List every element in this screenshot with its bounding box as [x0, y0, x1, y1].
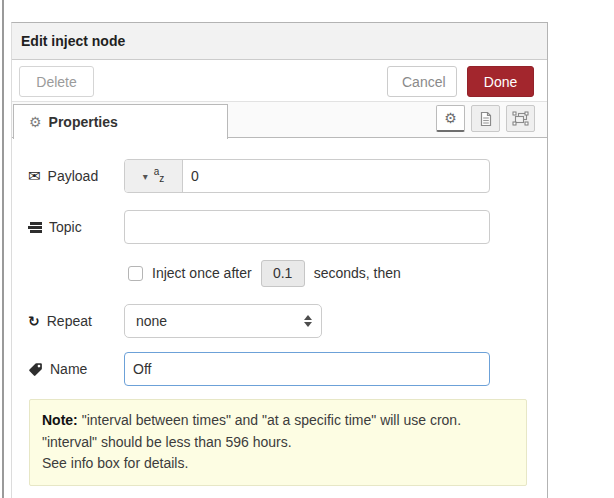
gear-icon: ⚙ — [444, 111, 457, 125]
caret-down-icon: ▾ — [143, 171, 148, 182]
dialog-toolbar: Delete Cancel Done — [12, 60, 547, 102]
description-view-button[interactable] — [471, 105, 500, 132]
topic-label: Topic — [28, 210, 82, 244]
select-arrows-icon — [304, 315, 312, 327]
payload-type-button[interactable]: ▾ az — [125, 160, 183, 192]
clockwise-arrow-icon: ↻ — [28, 314, 40, 328]
tab-properties-label: Properties — [49, 114, 118, 130]
topic-input-wrap — [124, 210, 490, 244]
repeat-label-text: Repeat — [47, 313, 92, 329]
topic-input[interactable] — [125, 211, 489, 243]
name-label-text: Name — [50, 361, 87, 377]
payload-input[interactable] — [183, 160, 489, 192]
type-z-glyph: z — [159, 173, 164, 184]
payload-label: ✉ Payload — [28, 159, 98, 193]
name-label: Name — [28, 352, 87, 386]
name-input[interactable] — [125, 353, 489, 385]
seconds-then-label: seconds, then — [314, 265, 401, 281]
tasks-list-icon — [28, 221, 42, 234]
note-title: Note: — [42, 412, 78, 428]
editor-view-buttons: ⚙ — [436, 105, 535, 132]
done-button[interactable]: Done — [467, 66, 534, 97]
tab-strip: ⚙ Properties ⚙ — [12, 102, 547, 138]
tag-icon — [28, 362, 43, 377]
repeat-selected-value: none — [136, 313, 167, 329]
inject-once-row: Inject once after seconds, then — [128, 259, 401, 287]
appearance-view-button[interactable] — [506, 105, 535, 132]
gear-icon: ⚙ — [29, 115, 42, 129]
topic-label-text: Topic — [49, 219, 82, 235]
inject-once-checkbox[interactable] — [128, 266, 143, 281]
dialog-header: Edit inject node — [12, 23, 547, 60]
appearance-group-icon — [512, 111, 529, 126]
cancel-button[interactable]: Cancel — [387, 66, 457, 97]
properties-view-button[interactable]: ⚙ — [436, 105, 465, 132]
payload-label-text: Payload — [48, 168, 99, 184]
string-type-icon: az — [154, 171, 165, 181]
name-input-wrap — [124, 352, 490, 386]
document-icon — [479, 111, 493, 127]
note-box: Note: "interval between times" and "at a… — [29, 399, 527, 486]
dialog-title: Edit inject node — [21, 33, 125, 49]
delete-button[interactable]: Delete — [19, 66, 94, 97]
workspace-tray-border — [2, 0, 4, 498]
properties-form: ✉ Payload ▾ az Topic — [12, 138, 547, 495]
edit-inject-node-dialog: Edit inject node Delete Cancel Done ⚙ Pr… — [11, 22, 548, 498]
envelope-icon: ✉ — [28, 169, 41, 184]
repeat-select[interactable]: none — [124, 304, 322, 338]
payload-typed-input: ▾ az — [124, 159, 490, 193]
inject-once-label[interactable]: Inject once after — [152, 265, 252, 281]
inject-delay-input[interactable] — [261, 260, 305, 287]
repeat-label: ↻ Repeat — [28, 304, 92, 338]
note-line-1: Note: "interval between times" and "at a… — [42, 410, 514, 432]
tab-properties[interactable]: ⚙ Properties — [13, 104, 228, 139]
note-line-2: "interval" should be less than 596 hours… — [42, 432, 514, 454]
note-line-3: See info box for details. — [42, 453, 514, 475]
